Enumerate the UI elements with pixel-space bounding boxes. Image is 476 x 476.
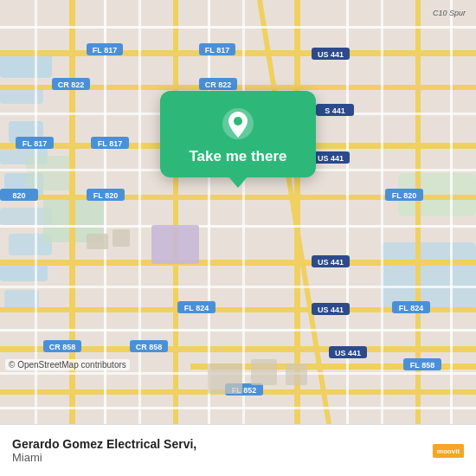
svg-text:FL 817: FL 817 <box>98 139 122 148</box>
svg-rect-13 <box>26 156 74 190</box>
svg-rect-88 <box>87 234 108 249</box>
svg-rect-32 <box>0 286 476 288</box>
svg-rect-42 <box>381 0 383 424</box>
svg-rect-31 <box>0 225 476 228</box>
svg-text:FL 858: FL 858 <box>410 361 434 370</box>
svg-rect-33 <box>0 329 476 331</box>
svg-rect-8 <box>0 264 48 281</box>
svg-text:820: 820 <box>12 191 25 200</box>
svg-text:FL 817: FL 817 <box>93 46 117 55</box>
svg-rect-41 <box>346 0 349 424</box>
svg-text:moovit: moovit <box>437 447 460 455</box>
place-name: Gerardo Gomez Electrical Servi, <box>12 437 196 451</box>
place-city: Miami <box>12 451 196 464</box>
svg-rect-35 <box>0 407 476 409</box>
svg-text:C10 Spur: C10 Spur <box>433 9 466 17</box>
svg-text:CR 822: CR 822 <box>205 80 232 89</box>
svg-text:CR 822: CR 822 <box>58 80 85 89</box>
svg-text:US 441: US 441 <box>318 50 344 59</box>
svg-rect-39 <box>208 0 210 424</box>
svg-rect-40 <box>242 0 245 424</box>
svg-rect-90 <box>208 363 242 394</box>
moovit-logo: moovit <box>433 435 464 466</box>
svg-text:FL 824: FL 824 <box>399 304 423 312</box>
svg-text:US 441: US 441 <box>335 349 361 357</box>
location-pin-icon <box>221 106 255 141</box>
svg-text:US 441: US 441 <box>318 306 344 314</box>
popup-label: Take me there <box>189 148 286 165</box>
popup-card[interactable]: Take me there <box>160 91 316 177</box>
svg-text:S 441: S 441 <box>325 106 345 115</box>
svg-text:FL 824: FL 824 <box>184 304 209 312</box>
svg-text:FL 820: FL 820 <box>392 191 416 200</box>
svg-rect-43 <box>450 0 453 424</box>
svg-rect-9 <box>4 290 39 309</box>
svg-text:FL 817: FL 817 <box>205 46 229 55</box>
osm-attribution: © OpenStreetMap contributors <box>5 359 130 370</box>
svg-text:US 441: US 441 <box>318 154 344 163</box>
svg-text:CR 858: CR 858 <box>49 343 76 351</box>
map-container: FL 817 FL 817 CR 822 CR 822 US 441 S 441… <box>0 0 476 424</box>
svg-text:FL 820: FL 820 <box>93 191 118 200</box>
svg-text:US 441: US 441 <box>318 258 344 267</box>
bottom-bar-text: Gerardo Gomez Electrical Servi, Miami <box>12 437 196 464</box>
bottom-bar: Gerardo Gomez Electrical Servi, Miami mo… <box>0 424 476 476</box>
svg-point-94 <box>234 117 242 125</box>
svg-rect-25 <box>173 0 178 424</box>
svg-rect-89 <box>113 229 130 247</box>
svg-rect-91 <box>251 359 277 385</box>
svg-rect-92 <box>286 363 307 385</box>
svg-text:FL 817: FL 817 <box>23 139 47 148</box>
svg-rect-28 <box>0 26 476 29</box>
moovit-logo-icon: moovit <box>433 435 464 466</box>
svg-text:CR 858: CR 858 <box>136 343 163 351</box>
svg-rect-87 <box>151 225 199 264</box>
svg-rect-38 <box>138 0 141 424</box>
